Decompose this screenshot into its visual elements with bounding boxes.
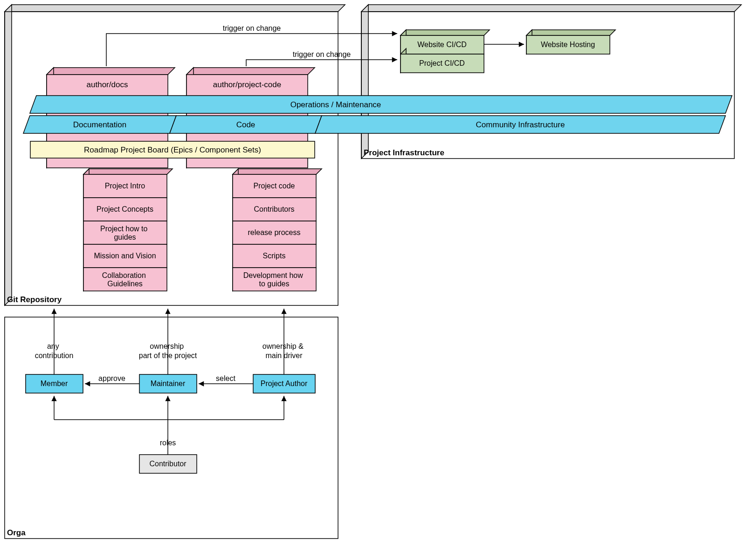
label-maintainer: Maintainer bbox=[151, 380, 186, 387]
label-trigger2: trigger on change bbox=[293, 50, 351, 58]
code-item-1: Contributors bbox=[254, 205, 294, 213]
band-community-label: Community Infrastructure bbox=[476, 120, 565, 129]
label-project-author: Project Author bbox=[261, 380, 308, 387]
band-code-label: Code bbox=[236, 120, 256, 129]
code-item-0: Project code bbox=[254, 182, 295, 190]
label-author-docs: author/docs bbox=[87, 80, 128, 89]
code-stack: Project code Contributors release proces… bbox=[233, 169, 322, 291]
box-website-hosting: Website Hosting bbox=[526, 30, 615, 54]
code-item-3: Scripts bbox=[263, 252, 286, 260]
label-approve: approve bbox=[98, 374, 125, 382]
svg-marker-0 bbox=[47, 68, 175, 75]
band-ops-label: Operations / Maintenance bbox=[290, 100, 381, 109]
label-roles: roles bbox=[160, 439, 176, 447]
diagram-canvas: Git Repository Project Infrastructure Or… bbox=[0, 0, 746, 560]
arrow-trigger-docs bbox=[106, 34, 397, 66]
frame-infra-left bbox=[361, 5, 368, 159]
svg-marker-6 bbox=[83, 169, 173, 174]
svg-marker-20 bbox=[401, 30, 490, 35]
docs-item-4: Collaboration Guidelines bbox=[102, 271, 148, 288]
label-member: Member bbox=[41, 380, 68, 387]
label-website-hosting: Website Hosting bbox=[541, 41, 595, 48]
arrow-trigger-code bbox=[246, 60, 397, 66]
label-website-cicd: Website CI/CD bbox=[417, 41, 467, 48]
svg-marker-13 bbox=[233, 169, 322, 174]
code-item-2: release process bbox=[248, 228, 301, 236]
docs-item-3: Mission and Vision bbox=[94, 252, 156, 260]
docs-stack: Project Intro Project Concepts Project h… bbox=[83, 169, 173, 291]
label-contributor: Contributor bbox=[149, 460, 186, 468]
frame-git-label: Git Repository bbox=[7, 295, 62, 304]
frame-infra-label: Project Infrastructure bbox=[364, 148, 444, 157]
frame-orga bbox=[5, 317, 338, 539]
svg-marker-3 bbox=[186, 68, 315, 75]
frame-orga-label: Orga bbox=[7, 528, 26, 537]
box-website-cicd: Website CI/CD bbox=[401, 30, 490, 54]
frame-git-top bbox=[5, 5, 345, 12]
docs-item-0: Project Intro bbox=[105, 182, 145, 190]
band-roadmap-label: Roadmap Project Board (Epics / Component… bbox=[84, 145, 261, 154]
docs-item-1: Project Concepts bbox=[97, 205, 153, 213]
label-trigger1: trigger on change bbox=[223, 24, 281, 32]
frame-infra-top bbox=[361, 5, 741, 12]
label-select: select bbox=[216, 374, 235, 382]
band-docs-label: Documentation bbox=[73, 120, 126, 129]
svg-marker-25 bbox=[526, 30, 615, 35]
label-project-cicd: Project CI/CD bbox=[419, 59, 465, 67]
label-author-code: author/project-code bbox=[213, 80, 281, 89]
frame-git-left bbox=[5, 5, 12, 305]
